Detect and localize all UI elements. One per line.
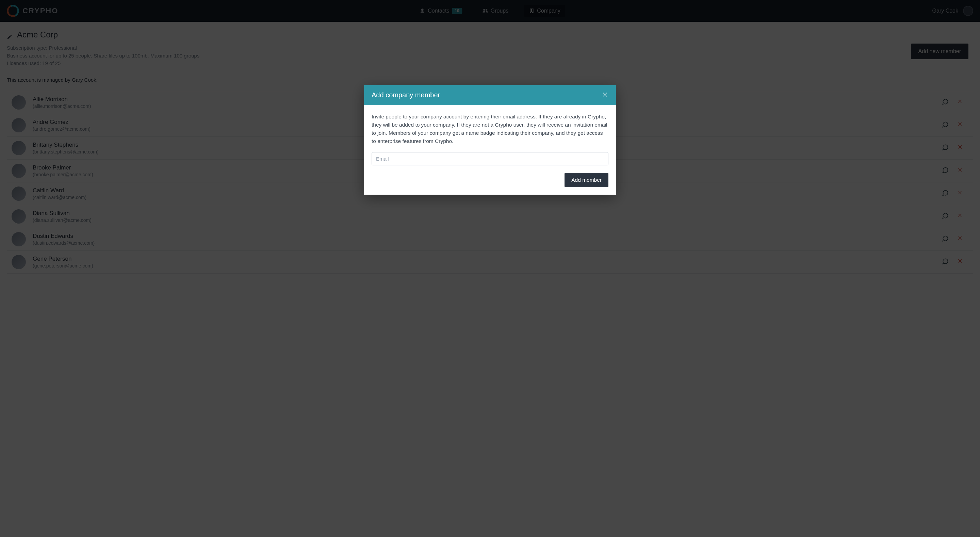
modal-description: Invite people to your company account by… [372, 113, 608, 145]
add-member-submit-button[interactable]: Add member [565, 173, 608, 187]
modal-title: Add company member [372, 91, 602, 99]
modal-body: Invite people to your company account by… [364, 105, 616, 173]
email-input[interactable] [372, 152, 608, 166]
modal-footer: Add member [364, 173, 616, 194]
add-member-modal: Add company member Invite people to your… [364, 85, 616, 194]
modal-close-icon[interactable] [602, 92, 608, 99]
modal-header: Add company member [364, 85, 616, 105]
modal-overlay: Add company member Invite people to your… [0, 0, 980, 537]
